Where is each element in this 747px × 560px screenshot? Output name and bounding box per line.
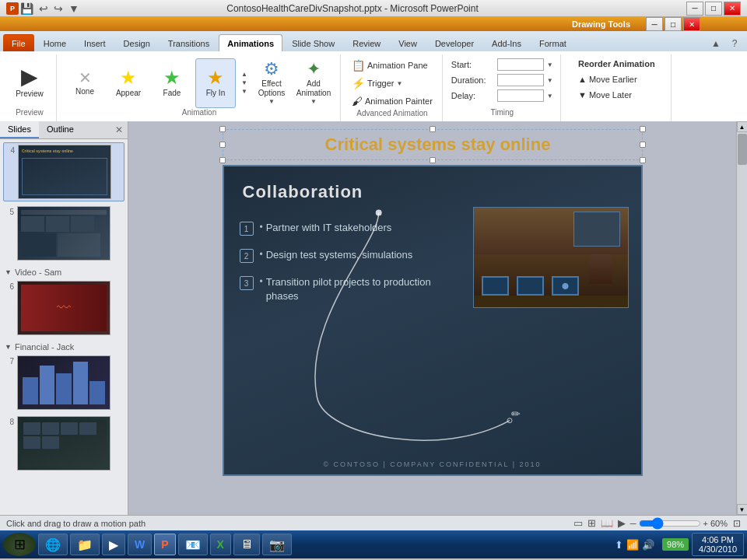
battery-level: 98%: [667, 540, 684, 549]
slide-thumb-7[interactable]: 7: [3, 354, 124, 411]
animation-pane-button[interactable]: 📋 Animation Pane: [349, 58, 431, 73]
tab-developer[interactable]: Developer: [426, 34, 482, 51]
animation-scroll-up[interactable]: ▲: [239, 71, 250, 78]
tab-format[interactable]: Format: [531, 34, 575, 51]
tab-review[interactable]: Review: [344, 34, 389, 51]
trigger-arrow: ▼: [396, 80, 402, 87]
tab-slides[interactable]: Slides: [0, 121, 39, 138]
add-animation-label: Add Animation: [295, 79, 332, 98]
scroll-down-arrow[interactable]: ▼: [737, 504, 748, 515]
zoom-slider[interactable]: [639, 517, 701, 530]
timing-duration-input[interactable]: [497, 74, 544, 86]
drawing-tools-close[interactable]: ✕: [683, 17, 700, 31]
tab-slideshow[interactable]: Slide Show: [283, 34, 343, 51]
ppt-taskbar-icon: P: [161, 538, 168, 551]
timing-start-label: Start:: [451, 60, 494, 69]
taskbar-explorer[interactable]: 📁: [70, 534, 100, 555]
taskbar-ie[interactable]: 🌐: [38, 534, 68, 555]
tray-icon-2[interactable]: 📶: [626, 539, 639, 551]
fade-label: Fade: [163, 89, 181, 98]
slide-preview-6: 〰: [17, 281, 110, 335]
tab-outline[interactable]: Outline: [39, 121, 82, 138]
scroll-up-arrow[interactable]: ▲: [737, 121, 748, 132]
slide-thumb-6[interactable]: 6 〰: [3, 279, 124, 337]
slide-canvas[interactable]: Collaboration 1 • Partner with IT stakeh…: [223, 165, 643, 476]
slideshow-view-button[interactable]: ▶: [618, 517, 626, 529]
zoom-fit-button[interactable]: ⊡: [733, 518, 741, 529]
normal-view-button[interactable]: ▭: [573, 517, 583, 529]
close-button[interactable]: ✕: [724, 2, 741, 16]
taskbar-media[interactable]: ▶: [102, 534, 125, 555]
slide-sorter-button[interactable]: ⊞: [587, 517, 596, 529]
save-button[interactable]: 💾: [19, 2, 35, 16]
animation-scroll-more[interactable]: ▼: [239, 88, 250, 95]
slide-title-container[interactable]: Critical systems stay online: [223, 129, 643, 160]
bullet-item-3: 3 • Transition pilot projects to product…: [240, 275, 458, 303]
slide-thumb-8[interactable]: 8: [3, 415, 124, 472]
add-animation-button[interactable]: ✦ Add Animation ▼: [293, 58, 334, 108]
status-message: Click and drag to draw a motion path: [6, 519, 146, 528]
move-later-button[interactable]: ▼ Move Later: [575, 89, 635, 101]
ribbon-group-reorder: Reorder Animation ▲ Move Earlier ▼ Move …: [563, 54, 672, 121]
taskbar-outlook[interactable]: 📧: [178, 534, 208, 555]
animation-fade-button[interactable]: ★ Fade: [152, 58, 192, 108]
zoom-in-button[interactable]: +: [703, 519, 708, 528]
taskbar-desktop[interactable]: 🖥: [233, 534, 260, 555]
move-earlier-button[interactable]: ▲ Move Earlier: [575, 73, 640, 86]
slide-panel-tabs: Slides Outline ✕: [0, 121, 128, 139]
tray-icon-3[interactable]: 🔊: [642, 539, 654, 551]
tab-transitions[interactable]: Transitions: [160, 34, 218, 51]
timing-start-input[interactable]: [497, 58, 544, 71]
taskbar-camera[interactable]: 📷: [262, 534, 292, 555]
move-earlier-icon: ▲: [578, 75, 587, 84]
advanced-animation-content: 📋 Animation Pane ⚡ Trigger ▼ 🖌 Animation…: [349, 58, 436, 109]
animation-painter-icon: 🖌: [352, 95, 363, 107]
tab-addins[interactable]: Add-Ins: [483, 34, 530, 51]
zoom-out-button[interactable]: ─: [630, 519, 637, 528]
animation-flyin-button[interactable]: ★ Fly In: [195, 58, 236, 108]
right-scrollbar: ▲ ▼: [736, 121, 747, 515]
ribbon-collapse-button[interactable]: ▲: [708, 36, 724, 51]
animation-appear-button[interactable]: ★ Appear: [108, 58, 149, 108]
undo-button[interactable]: ↩: [37, 2, 50, 16]
tab-view[interactable]: View: [390, 34, 426, 51]
section-label-video-sam[interactable]: ▼ Video - Sam: [3, 265, 124, 279]
ribbon-help-button[interactable]: ?: [727, 36, 742, 51]
drawing-tools-maximize[interactable]: □: [665, 17, 682, 31]
scroll-thumb[interactable]: [738, 134, 747, 165]
section-label-financial-jack[interactable]: ▼ Financial - Jack: [3, 340, 124, 354]
start-button[interactable]: ⊞: [3, 533, 36, 556]
slide-thumb-4[interactable]: 4 Critical systems stay online: [3, 142, 124, 201]
slide-bullet-list: 1 • Partner with IT stakeholders 2 • Des…: [240, 221, 458, 316]
reading-view-button[interactable]: 📖: [601, 517, 613, 529]
media-icon: ▶: [109, 537, 118, 552]
redo-button[interactable]: ↪: [52, 2, 65, 16]
preview-group-label: Preview: [16, 108, 44, 118]
slides-panel-close[interactable]: ✕: [110, 121, 128, 138]
tab-insert[interactable]: Insert: [75, 34, 114, 51]
quick-access-toolbar: 💾 ↩ ↪ ▼: [19, 2, 81, 16]
preview-button[interactable]: ▶ Preview: [9, 58, 50, 107]
effect-options-button[interactable]: ⚙ Effect Options ▼: [253, 58, 290, 108]
animation-none-button[interactable]: ✕ None: [65, 58, 105, 108]
tab-animations[interactable]: Animations: [219, 34, 282, 51]
qat-more-button[interactable]: ▼: [67, 2, 81, 16]
tab-home[interactable]: Home: [35, 34, 75, 51]
taskbar-powerpoint[interactable]: P: [154, 534, 175, 555]
tab-file[interactable]: File: [3, 34, 34, 51]
drawing-tools-minimize[interactable]: ─: [646, 17, 663, 31]
animation-scroll-down[interactable]: ▼: [239, 79, 250, 86]
minimize-button[interactable]: ─: [686, 2, 703, 16]
system-clock[interactable]: 4:06 PM 4/30/2010: [692, 533, 744, 556]
maximize-button[interactable]: □: [705, 2, 722, 16]
taskbar-word[interactable]: W: [128, 534, 152, 555]
slide-thumb-5[interactable]: 5: [3, 205, 124, 262]
taskbar-excel[interactable]: X: [210, 534, 231, 555]
animation-painter-button[interactable]: 🖌 Animation Painter: [349, 93, 436, 109]
tab-design[interactable]: Design: [115, 34, 159, 51]
tray-icon-1[interactable]: ⬆: [615, 539, 623, 551]
battery-indicator: 98%: [662, 538, 689, 551]
trigger-button[interactable]: ⚡ Trigger ▼: [349, 75, 405, 91]
timing-delay-input[interactable]: [497, 89, 544, 102]
taskbar: ⊞ 🌐 📁 ▶ W P 📧 X 🖥 📷 ⬆ 📶 🔊 98% 4:06 PM: [0, 530, 747, 558]
